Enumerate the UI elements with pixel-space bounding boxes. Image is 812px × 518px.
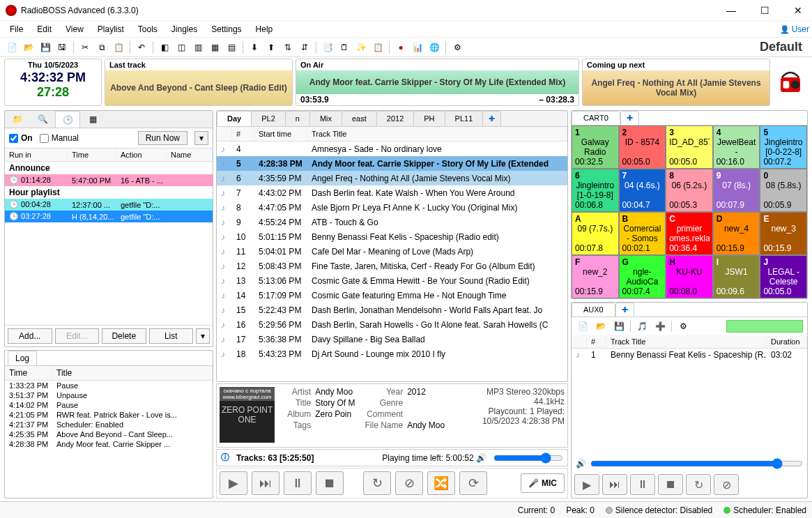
log-row[interactable]: 3:51:37 PMUnpause (5, 390, 213, 400)
list-dd-button[interactable]: ▾ (196, 328, 210, 344)
pause-button[interactable]: ⏸ (284, 471, 312, 495)
playlist-row[interactable]: ♪54:28:38 PMAndy Moor feat. Carrie Skipp… (217, 156, 567, 171)
playlist-tab[interactable]: n (285, 111, 310, 126)
run-now-dropdown[interactable]: ▾ (194, 131, 208, 145)
cart-cell[interactable]: Fnew_200:15.9 (572, 255, 619, 298)
sched-tab-grid[interactable]: ▦ (80, 111, 105, 128)
log-row[interactable]: 4:28:38 PMAndy Moor feat. Carrie Skipper… (5, 439, 213, 449)
run-now-button[interactable]: Run Now (138, 131, 187, 145)
playlist-row[interactable]: ♪74:43:02 PMDash Berlin feat. Kate Walsh… (217, 185, 567, 200)
tool3-icon[interactable]: ⇅ (280, 40, 296, 55)
cart-cell[interactable]: 1Galway Radio00:32.5 (572, 125, 619, 169)
cart-cell[interactable]: A09 (7.7s.)00:07.8 (572, 212, 619, 255)
manual-checkbox[interactable]: Manual (40, 133, 79, 143)
playlist-tab[interactable]: Day (217, 111, 252, 126)
cart-cell[interactable]: 3ID_AD_857400:05.0 (666, 125, 713, 169)
playlist-row[interactable]: ♪105:01:15 PMBenny Benassi Feat Kelis - … (217, 229, 567, 244)
menu-file[interactable]: File (3, 23, 30, 36)
delete-button[interactable]: Delete (102, 328, 146, 344)
playlist-row[interactable]: ♪165:29:56 PMDash Berlin, Sarah Howells … (217, 317, 567, 332)
layout4-icon[interactable]: ▦ (207, 40, 222, 55)
playlist-tab[interactable]: PL2 (251, 111, 286, 126)
note-icon[interactable]: 🗒 (337, 40, 352, 55)
sched-row[interactable]: 🕒 03:27:28H (8,14,20...getfile "D:... (5, 211, 213, 222)
aux-pause-button[interactable]: ⏸ (630, 474, 655, 495)
open-icon[interactable]: 📂 (21, 40, 36, 55)
cart-cell[interactable]: 5Jingleintro [0-0-22-8]00:07.2 (760, 125, 807, 169)
cart-tab[interactable]: CART0 (572, 111, 620, 125)
tool4-icon[interactable]: ⇵ (297, 40, 312, 55)
playlist-row[interactable]: ♪155:22:43 PMDash Berlin, Jonathan Mende… (217, 303, 567, 317)
cart-cell[interactable]: 2ID - 857400:05.0 (619, 125, 666, 169)
repeat-button[interactable]: ↻ (363, 471, 391, 495)
menu-settings[interactable]: Settings (204, 23, 248, 36)
playlist-row[interactable]: ♪84:47:05 PMAsle Bjorn Pr Leya Ft Anne K… (217, 200, 567, 215)
menu-help[interactable]: Help (249, 23, 280, 36)
sched-row[interactable]: 🕒 01:14:285:47:00 PM16 - ATB - ... (5, 174, 213, 186)
cart-cell[interactable]: 008 (5.8s.)00:05.9 (760, 169, 807, 212)
aux-add-icon[interactable]: ➕ (653, 319, 667, 333)
save-icon[interactable]: 💾 (38, 40, 53, 55)
sched-tab-search[interactable]: 🔍 (30, 111, 55, 128)
playlist-row[interactable]: ♪115:04:01 PMCafe Del Mar - Meaning of L… (217, 244, 567, 259)
menu-playlist[interactable]: Playlist (91, 23, 131, 36)
main-volume-slider[interactable] (493, 452, 563, 464)
add-button[interactable]: Add... (8, 328, 52, 344)
playlist-row[interactable]: ♪145:17:09 PMCosmic Gate featuring Emma … (217, 288, 567, 303)
playlist-tab[interactable]: east (342, 111, 377, 126)
playlist-row[interactable]: ♪94:55:24 PMATB - Touch & Go (217, 215, 567, 229)
cart-cell[interactable]: Gngle-AudioCa00:07.4 (619, 255, 666, 298)
aux-tab-add[interactable]: ✚ (615, 303, 634, 317)
playlist-tab-add[interactable]: ✚ (482, 111, 501, 126)
maximize-button[interactable]: ☐ (756, 5, 773, 16)
aux-volume-slider[interactable] (590, 458, 803, 469)
layout3-icon[interactable]: ▥ (190, 40, 206, 55)
aux-settings-icon[interactable]: ⚙ (676, 319, 690, 333)
menu-jingles[interactable]: Jingles (164, 23, 204, 36)
cart-cell[interactable]: IJSW100:09.6 (713, 255, 760, 298)
log-row[interactable]: 1:33:23 PMPause (5, 381, 213, 390)
cart-cell[interactable]: 4JewelBeat - Experiencing House Music00:… (713, 125, 760, 169)
aux-tab[interactable]: AUX0 (572, 303, 615, 317)
menu-edit[interactable]: Edit (30, 23, 59, 36)
cut-icon[interactable]: ✂ (77, 40, 93, 55)
layout5-icon[interactable]: ▤ (224, 40, 239, 55)
user-link[interactable]: 👤 User (780, 24, 809, 34)
wand-icon[interactable]: ✨ (353, 40, 369, 55)
aux-open-icon[interactable]: 📂 (594, 319, 608, 333)
log-row[interactable]: 4:14:02 PMPause (5, 400, 213, 410)
playlist-row[interactable]: ♪175:36:38 PMDavy Spillane - Big Sea Bal… (217, 332, 567, 346)
next-button[interactable]: ⏭ (252, 471, 279, 495)
undo-icon[interactable]: ↶ (134, 40, 149, 55)
playlist-row[interactable]: ♪4Amnesya - Sade - No ordinary love (217, 142, 567, 156)
stop-button[interactable]: ⏹ (316, 471, 344, 495)
cart-cell[interactable]: BComercial - Somos Mas Radio00:02.1 (619, 212, 666, 255)
mic-button[interactable]: 🎤 MIC (521, 473, 565, 493)
new-icon[interactable]: 📄 (4, 40, 20, 55)
log-row[interactable]: 4:21:05 PMRWR feat. Patrick Baker - Love… (5, 410, 213, 420)
aux-noauto-button[interactable]: ⊘ (714, 474, 739, 495)
aux-play-button[interactable]: ▶ (574, 474, 599, 495)
log-row[interactable]: 4:25:35 PMAbove And Beyond - Cant Sleep.… (5, 429, 213, 439)
tool1-icon[interactable]: ⬇ (247, 40, 262, 55)
report-icon[interactable]: 📑 (320, 40, 335, 55)
playlist-tab[interactable]: Mix (309, 111, 342, 126)
sched-tab-folder[interactable]: 📁 (5, 111, 30, 128)
paste-icon[interactable]: 📋 (111, 40, 126, 55)
aux-repeat-button[interactable]: ↻ (686, 474, 711, 495)
layout2-icon[interactable]: ◫ (174, 40, 189, 55)
cart-cell[interactable]: Cprimier omes.reklama00:36.4 (666, 212, 713, 255)
playlist-tab[interactable]: PH (413, 111, 445, 126)
log-tab[interactable]: Log (8, 351, 37, 365)
settings-icon[interactable]: ⚙ (450, 40, 465, 55)
cart-tab-add[interactable]: ✚ (620, 111, 639, 125)
cart-cell[interactable]: 907 (8s.)00:07.9 (713, 169, 760, 212)
cart-cell[interactable]: 704 (4.6s.)00:04.7 (619, 169, 666, 212)
playlist-tab[interactable]: 2012 (376, 111, 414, 126)
log-row[interactable]: 4:21:37 PMScheduler: Enabled (5, 420, 213, 429)
aux-next-button[interactable]: ⏭ (602, 474, 627, 495)
cart-cell[interactable]: Enew_300:15.9 (760, 212, 807, 255)
minimize-button[interactable]: — (723, 5, 740, 16)
menu-tools[interactable]: Tools (131, 23, 164, 36)
sched-tab-clock[interactable]: 🕒 (55, 111, 80, 128)
